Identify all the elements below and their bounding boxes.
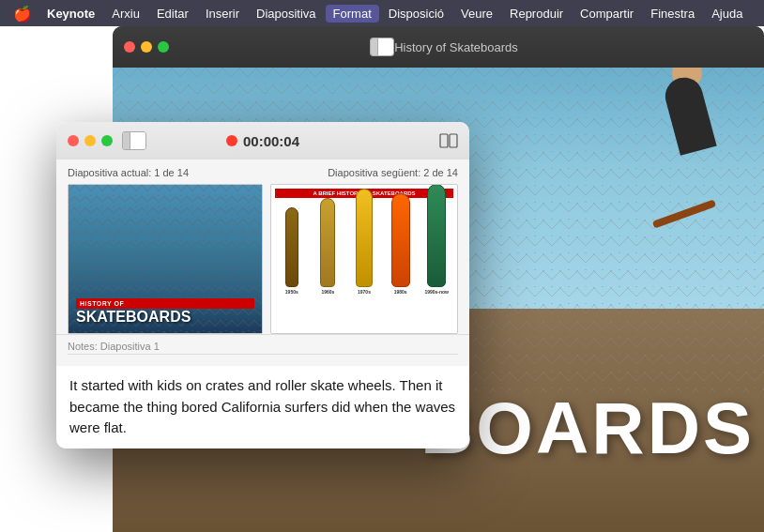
slides-container: HISTORY OF SKATEBOARDS A brief history o…: [68, 184, 458, 334]
slide-preview-area: Diapositiva actual: 1 de 14 Diapositiva …: [56, 160, 469, 334]
menu-disposicio[interactable]: Disposició: [381, 5, 451, 23]
menu-finestra[interactable]: Finestra: [643, 5, 702, 23]
keynote-titlebar: History of Skateboards: [113, 26, 764, 68]
presenter-window: 00:00:04 Diapositiva actual: 1 de 14 Dia…: [56, 122, 469, 448]
era-label-1990s: 1990s-now: [424, 289, 449, 295]
menu-bar: 🍎 Keynote Arxiu Editar Inserir Diapositi…: [0, 0, 764, 26]
next-slide-label: Diapositiva següent: 2 de 14: [328, 167, 458, 178]
timeline-1980s: 1980s: [384, 193, 418, 295]
skateboard-1980s: [391, 193, 410, 287]
menu-veure[interactable]: Veure: [453, 5, 500, 23]
skateboard-1950s: [285, 207, 298, 287]
slide1-title: SKATEBOARDS: [76, 309, 254, 326]
apple-menu[interactable]: 🍎: [8, 3, 38, 24]
sidebar-left-indicator: [371, 38, 378, 55]
era-label-1950s: 1950s: [285, 289, 298, 295]
menu-editar[interactable]: Editar: [149, 5, 196, 23]
swap-screens-icon[interactable]: [439, 133, 458, 148]
menu-format[interactable]: Format: [326, 5, 379, 23]
menu-ajuda[interactable]: Ajuda: [704, 5, 750, 23]
era-label-1960s: 1960s: [321, 289, 334, 295]
slide1-title-overlay: HISTORY OF SKATEBOARDS: [76, 298, 254, 326]
menu-diapositiva[interactable]: Diapositiva: [249, 5, 324, 23]
close-button-presenter[interactable]: [68, 135, 79, 146]
zoom-button-presenter[interactable]: [101, 135, 113, 146]
era-label-1980s: 1980s: [394, 289, 407, 295]
svg-rect-0: [440, 134, 448, 147]
timeline-1950s: 1950s: [275, 207, 309, 295]
slide2-timeline: 1950s 1960s 1970s 1980s: [275, 201, 453, 295]
skateboard-1960s: [320, 198, 335, 287]
slide-labels: Diapositiva actual: 1 de 14 Diapositiva …: [68, 167, 458, 178]
boards-big-text: BOARDS: [420, 386, 755, 471]
menu-bar-items: 🍎 Keynote Arxiu Editar Inserir Diapositi…: [8, 3, 756, 24]
menu-compartir[interactable]: Compartir: [573, 5, 641, 23]
slide1-badge: HISTORY OF: [76, 298, 254, 309]
presenter-controls: [439, 133, 458, 148]
close-button-bg[interactable]: [124, 41, 135, 53]
skateboard-1970s: [356, 189, 373, 287]
timeline-1970s: 1970s: [347, 189, 381, 295]
presenter-titlebar: 00:00:04: [56, 122, 469, 160]
sidebar-toggle-presenter[interactable]: [122, 131, 146, 150]
skater-board: [652, 199, 717, 228]
minimize-button-presenter[interactable]: [84, 135, 96, 146]
timer-display: 00:00:04: [243, 133, 299, 149]
minimize-button-bg[interactable]: [141, 41, 152, 53]
menu-keynote[interactable]: Keynote: [39, 5, 102, 23]
presenter-timer: 00:00:04: [226, 133, 299, 149]
notes-label: Notes: Diapositiva 1: [68, 341, 458, 352]
notes-divider: [68, 354, 458, 355]
svg-rect-1: [450, 134, 457, 147]
skater-figure: [633, 68, 745, 246]
sidebar-panel-right: [130, 132, 145, 149]
recording-dot: [226, 135, 237, 146]
menu-reproduir[interactable]: Reproduir: [502, 5, 571, 23]
timeline-1960s: 1960s: [312, 198, 345, 295]
menu-arxiu[interactable]: Arxiu: [104, 5, 147, 23]
sidebar-panel-left: [123, 132, 130, 149]
notes-area: Notes: Diapositiva 1: [56, 334, 469, 366]
menu-inserir[interactable]: Inserir: [198, 5, 247, 23]
traffic-lights-bg: [124, 41, 169, 53]
timeline-1990s: 1990s-now: [420, 184, 453, 295]
slide-thumb-2[interactable]: A brief history of skateboards 1950s 196…: [270, 184, 458, 334]
skater-body: [661, 73, 716, 156]
era-label-1970s: 1970s: [358, 289, 371, 295]
notes-text: It started with kids on crates and rolle…: [56, 366, 469, 448]
zoom-button-bg[interactable]: [158, 41, 169, 53]
slide-thumb-1[interactable]: HISTORY OF SKATEBOARDS: [68, 184, 263, 334]
current-slide-label: Diapositiva actual: 1 de 14: [68, 167, 189, 178]
traffic-lights-presenter: [68, 135, 113, 146]
sidebar-right-indicator: [378, 38, 393, 55]
skateboard-1990s: [427, 184, 446, 287]
sidebar-toggle-bg[interactable]: [370, 38, 394, 56]
keynote-window-title: History of Skateboards: [394, 40, 518, 54]
